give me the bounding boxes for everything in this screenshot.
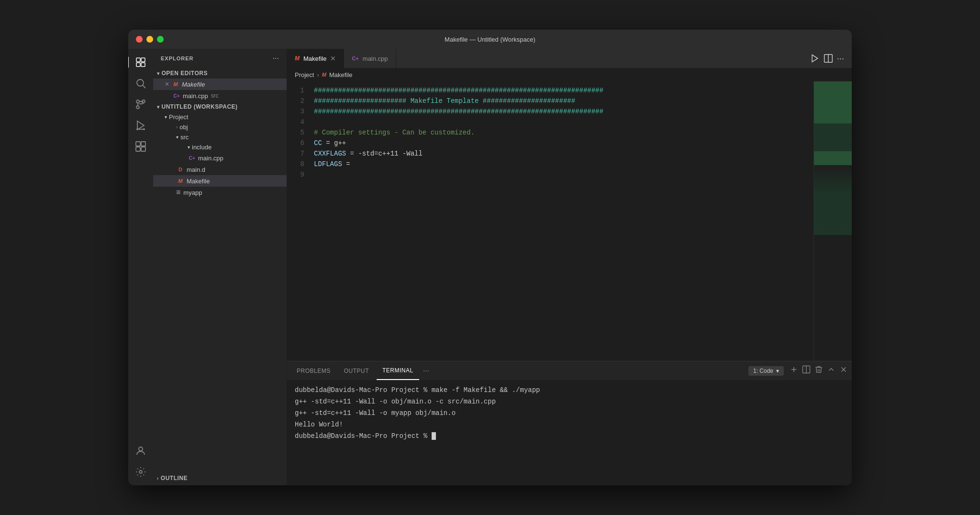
code-line-5: # Compiler settings - Can be customized. [314, 127, 813, 138]
open-editors-arrow: ▾ [157, 71, 160, 76]
terminal-split-button[interactable] [802, 365, 811, 376]
open-editor-makefile[interactable]: ✕ M Makefile [153, 78, 287, 90]
editor-area: M Makefile ✕ C+ main.cpp [287, 49, 852, 485]
svg-marker-19 [812, 55, 818, 62]
src-arrow: ▾ [176, 134, 178, 140]
terminal-content[interactable]: dubbelda@Davids-Mac-Pro Project % make -… [287, 381, 852, 485]
makefile-file[interactable]: M Makefile [153, 175, 287, 187]
outline-section: › Outline [153, 471, 287, 485]
maind-label: main.d [187, 166, 205, 173]
code-line-8: LDFLAGS = [314, 159, 813, 169]
breadcrumb-project[interactable]: Project [295, 71, 314, 78]
terminal-close-button[interactable] [839, 365, 848, 376]
project-arrow: ▾ [165, 114, 167, 120]
code-editor[interactable]: 1 2 3 4 5 6 7 8 9 ######################… [287, 81, 852, 361]
obj-label: obj [179, 123, 188, 131]
account-activity-icon[interactable] [131, 441, 150, 460]
svg-rect-3 [141, 63, 145, 67]
tab-terminal-label: Terminal [382, 367, 413, 374]
terminal-dropdown[interactable]: 1: Code ▾ [748, 366, 784, 376]
svg-rect-15 [136, 147, 140, 151]
breadcrumb-sep: › [317, 71, 319, 78]
open-editors-section: ▾ Open Editors ✕ M Makefile C+ main.cpp … [153, 68, 287, 101]
terminal-chevron-up-button[interactable] [827, 365, 835, 376]
src-maincpp-file[interactable]: C+ main.cpp [153, 152, 287, 164]
close-button[interactable] [136, 36, 143, 43]
breadcrumb: Project › M Makefile [287, 68, 852, 81]
source-control-activity-icon[interactable] [131, 95, 150, 114]
svg-rect-1 [141, 58, 145, 62]
tab-cpp-icon: C+ [352, 56, 358, 61]
makefile-label: Makefile [187, 178, 210, 185]
tab-makefile[interactable]: M Makefile ✕ [287, 49, 344, 68]
src-folder[interactable]: ▾ src [153, 132, 287, 142]
search-activity-icon[interactable] [131, 74, 150, 93]
terminal-line-4: Hello World! [295, 419, 844, 430]
include-arrow: ▾ [188, 145, 190, 150]
tab-maincpp[interactable]: C+ main.cpp [344, 49, 396, 68]
terminal-more-button[interactable]: ··· [423, 367, 429, 375]
sidebar-header-title: Explorer [161, 56, 194, 61]
code-line-7: CXXFLAGS = -std=c++11 -Wall [314, 148, 813, 159]
open-editor-maincpp-label: main.cpp [183, 92, 208, 100]
include-folder[interactable]: ▾ include [153, 142, 287, 152]
obj-folder[interactable]: › obj [153, 122, 287, 132]
breadcrumb-file[interactable]: Makefile [329, 71, 352, 78]
cpp-icon: C+ [172, 91, 181, 100]
open-editor-makefile-label: Makefile [182, 81, 205, 88]
project-folder[interactable]: ▾ Project [153, 112, 287, 122]
open-editors-header[interactable]: ▾ Open Editors [153, 68, 287, 78]
svg-line-5 [143, 86, 146, 89]
maximize-button[interactable] [157, 36, 164, 43]
extensions-activity-icon[interactable] [131, 137, 150, 156]
run-button[interactable] [810, 54, 820, 63]
myapp-label: myapp [183, 189, 202, 196]
terminal-add-button[interactable] [790, 365, 798, 376]
terminal-cursor [432, 432, 436, 440]
settings-activity-icon[interactable] [131, 462, 150, 481]
tab-output[interactable]: Output [338, 361, 375, 380]
terminal-trash-button[interactable] [814, 365, 823, 376]
split-editor-button[interactable] [824, 54, 833, 63]
activity-bar [128, 49, 153, 485]
open-editor-maincpp[interactable]: C+ main.cpp src [153, 90, 287, 101]
tab-actions: ··· [802, 54, 852, 64]
svg-rect-0 [136, 58, 140, 62]
explorer-activity-icon[interactable] [131, 53, 150, 72]
myapp-icon: ≡ [176, 188, 180, 197]
tab-makefile-label: Makefile [303, 55, 326, 62]
svg-point-7 [136, 106, 139, 109]
code-line-1: ########################################… [314, 85, 813, 96]
svg-point-6 [136, 100, 139, 103]
window-title: Makefile — Untitled (Workspace) [445, 36, 535, 43]
workspace-section: ▾ Untitled (Workspace) ▾ Project › obj [153, 101, 287, 198]
project-label: Project [169, 113, 188, 121]
code-line-6: CC = g++ [314, 138, 813, 148]
tab-output-label: Output [344, 368, 369, 374]
svg-point-4 [137, 79, 144, 86]
myapp-file[interactable]: ≡ myapp [153, 187, 287, 198]
terminal-line-2: g++ -std=c++11 -Wall -o obj/main.o -c sr… [295, 396, 844, 407]
terminal-tab-bar: Problems Output Terminal ··· 1: Code ▾ [287, 361, 852, 381]
workspace-label: Untitled (Workspace) [162, 103, 238, 110]
maind-file[interactable]: D main.d [153, 164, 287, 175]
minimize-button[interactable] [146, 36, 153, 43]
code-content[interactable]: ########################################… [310, 81, 813, 361]
tab-terminal[interactable]: Terminal [377, 361, 419, 380]
open-editors-label: Open Editors [162, 70, 208, 77]
more-actions-button[interactable]: ··· [837, 54, 844, 64]
svg-rect-13 [136, 142, 140, 146]
tab-makefile-close[interactable]: ✕ [330, 55, 336, 62]
svg-rect-2 [136, 63, 140, 67]
close-makefile-button[interactable]: ✕ [165, 81, 169, 88]
breadcrumb-file-icon: M [322, 72, 326, 78]
sidebar: Explorer ··· ▾ Open Editors ✕ M Makefile [153, 49, 287, 485]
svg-rect-16 [141, 147, 145, 151]
minimap [813, 81, 852, 361]
run-debug-activity-icon[interactable] [131, 116, 150, 135]
workspace-header[interactable]: ▾ Untitled (Workspace) [153, 101, 287, 112]
sidebar-more-button[interactable]: ··· [273, 54, 279, 63]
tab-problems[interactable]: Problems [291, 361, 336, 380]
src-label: src [180, 134, 189, 141]
outline-header[interactable]: › Outline [153, 473, 287, 483]
